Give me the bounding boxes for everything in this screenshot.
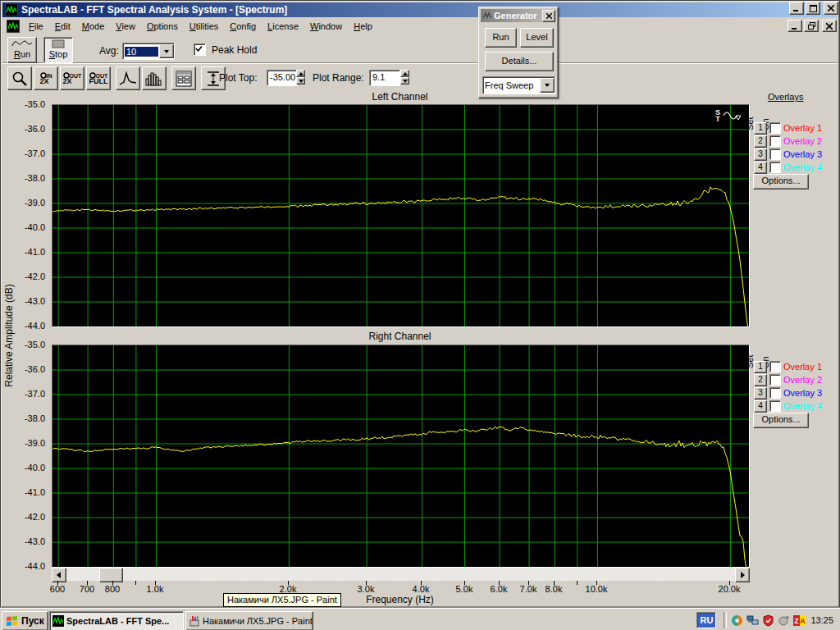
scroll-right-arrow[interactable]	[735, 568, 750, 582]
overlay-set-button-1[interactable]: 1	[754, 122, 767, 135]
overlay-on-checkbox-4[interactable]	[769, 162, 781, 173]
mdi-child-icon[interactable]	[7, 20, 20, 33]
media-player-icon[interactable]	[731, 614, 743, 627]
generator-level-button[interactable]: Level	[520, 28, 554, 48]
y-tick-label: -38.0	[0, 413, 45, 423]
spin-down-icon[interactable]	[296, 77, 305, 84]
overlay-set-button-3[interactable]: 3	[754, 387, 767, 399]
spin-down-icon[interactable]	[400, 77, 409, 84]
menu-item-file[interactable]: File	[23, 20, 49, 33]
minimize-button[interactable]	[789, 2, 804, 15]
spin-up-icon[interactable]	[400, 70, 409, 77]
start-button[interactable]: Пуск	[2, 611, 48, 630]
scroll-left-arrow[interactable]	[52, 568, 66, 582]
y-tick-label: -37.0	[0, 148, 45, 158]
overlay-row: 3Overlay 3	[754, 148, 822, 160]
zonealarm-icon[interactable]: ZA	[793, 614, 806, 627]
generator-run-button[interactable]: Run	[485, 28, 517, 48]
frequency-scrollbar[interactable]	[52, 568, 748, 581]
avg-dropdown-arrow[interactable]	[159, 44, 174, 58]
left-channel-title: Left Channel	[52, 91, 748, 103]
y-tick-label: -42.0	[0, 512, 45, 522]
plot-range-spinner[interactable]	[400, 70, 409, 84]
stop-button[interactable]: Stop	[43, 37, 73, 63]
overlay-on-checkbox-3[interactable]	[769, 148, 781, 160]
menu-item-options[interactable]: Options	[141, 20, 184, 33]
generator-details-button[interactable]: Details...	[485, 52, 554, 71]
plot-top-input[interactable]: -35.00	[267, 70, 298, 86]
overlay-set-button-2[interactable]: 2	[754, 374, 767, 386]
overlay-row: 2Overlay 2	[754, 374, 822, 386]
system-tray: RU ZA 13:25	[696, 611, 838, 629]
overlay-options-button[interactable]: Options...	[753, 413, 809, 428]
volume-icon[interactable]	[778, 614, 790, 627]
window-title: SpectraLAB - FFT Spectral Analysis Syste…	[21, 4, 287, 16]
taskbar-task-1[interactable]: SpectraLAB - FFT Spe...	[49, 611, 184, 630]
y-tick-label: -43.0	[0, 536, 45, 546]
overlay-label: Overlay 4	[783, 162, 822, 172]
zoom-out-2x-icon[interactable]: OUT2X	[60, 66, 84, 90]
histogram-view-icon[interactable]	[142, 66, 167, 90]
menu-item-license[interactable]: License	[262, 20, 304, 33]
zoom-out-full-icon[interactable]: OUTFULL	[86, 66, 111, 90]
overlay-set-button-1[interactable]: 1	[754, 361, 767, 373]
menu-item-help[interactable]: Help	[348, 20, 378, 33]
plot-range-input[interactable]: 9.1	[369, 70, 400, 86]
overlay-on-checkbox-3[interactable]	[769, 387, 781, 399]
overlay-on-checkbox-4[interactable]	[769, 400, 781, 412]
overlay-on-checkbox-2[interactable]	[769, 135, 781, 147]
menu-item-config[interactable]: Config	[224, 20, 262, 33]
menu-item-view[interactable]: View	[110, 20, 141, 33]
plot-top-spinner[interactable]	[296, 70, 305, 84]
overlay-options-button[interactable]: Options...	[753, 174, 809, 189]
overlay-label: Overlay 1	[783, 362, 822, 372]
peak-hold-checkbox[interactable]	[194, 43, 206, 56]
menu-item-utilities[interactable]: Utilities	[184, 20, 224, 33]
y-tick-label: -40.0	[0, 463, 45, 472]
close-button[interactable]	[824, 2, 838, 15]
avg-combobox[interactable]: 10	[122, 43, 175, 60]
overlay-set-button-3[interactable]: 3	[754, 148, 767, 161]
stereo-trace-badge: S T	[715, 109, 742, 122]
display-options-icon[interactable]	[171, 66, 196, 90]
menu-item-mode[interactable]: Mode	[76, 20, 111, 33]
generator-mode-dropdown-arrow[interactable]	[540, 78, 555, 93]
taskbar-task-2[interactable]: Накамичи ЛХ5.JPG - Paint	[185, 611, 313, 630]
maximize-button[interactable]	[806, 2, 820, 15]
zoom-in-2x-icon[interactable]: IN2X	[34, 66, 58, 90]
overlay-label: Overlay 4	[783, 401, 822, 411]
generator-window: Generator Run Level Details... Freq Swee…	[478, 7, 559, 98]
spectrum-view-icon[interactable]	[116, 66, 140, 90]
overlay-row: 4Overlay 4	[754, 400, 822, 412]
overlay-on-checkbox-2[interactable]	[769, 374, 781, 386]
tray-divider	[724, 612, 727, 628]
x-tick-label: 5.0k	[456, 584, 473, 594]
zoom-icon[interactable]	[7, 66, 32, 90]
menu-item-edit[interactable]: Edit	[49, 20, 76, 33]
spin-up-icon[interactable]	[296, 70, 305, 77]
generator-close-button[interactable]	[542, 10, 555, 22]
mdi-close-button[interactable]	[822, 20, 837, 32]
y-tick-label: -36.0	[0, 124, 45, 134]
overlay-on-checkbox-1[interactable]	[769, 361, 781, 372]
overlay-row: 2Overlay 2	[754, 135, 822, 147]
mdi-restore-button[interactable]	[804, 20, 819, 32]
overlay-on-checkbox-1[interactable]	[769, 122, 781, 134]
overlay-set-button-4[interactable]: 4	[754, 162, 767, 174]
mdi-minimize-button[interactable]	[788, 20, 802, 32]
generator-mode-combobox[interactable]: Freq Sweep	[482, 76, 555, 94]
overlay-set-button-2[interactable]: 2	[754, 135, 767, 148]
language-indicator[interactable]: RU	[696, 612, 716, 628]
scrollbar-thumb[interactable]	[99, 568, 123, 582]
network-icon[interactable]	[746, 614, 759, 627]
overlay-set-button-4[interactable]: 4	[754, 400, 767, 413]
menu-item-window[interactable]: Window	[304, 20, 348, 33]
x-tick-label: 600	[50, 584, 65, 594]
antivirus-shield-icon[interactable]	[762, 614, 774, 627]
x-tick-label: 4.0k	[413, 584, 430, 594]
main-toolbar: Run Stop Avg: 10 Peak Hold	[2, 34, 838, 64]
run-button[interactable]: Run	[7, 37, 37, 63]
y-tick-label: -38.0	[0, 173, 45, 183]
generator-title: Generator	[494, 11, 537, 21]
run-button-label: Run	[8, 49, 36, 59]
